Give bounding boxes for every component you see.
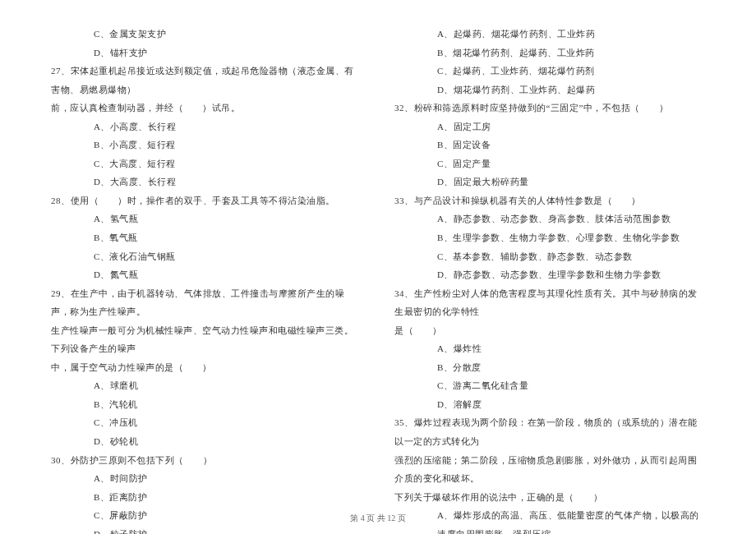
exam-page: C、金属支架支护 D、锚杆支护 27、宋体起重机起吊接近或达到额定值，或起吊危险… [0, 0, 756, 534]
question-stem: 生产性噪声一般可分为机械性噪声、空气动力性噪声和电磁性噪声三类。下列设备产生的噪… [51, 321, 362, 358]
option-text: C、大高度、短行程 [51, 154, 362, 173]
question-stem: 35、爆炸过程表现为两个阶段：在第一阶段，物质的（或系统的）潜在能以一定的方式转… [394, 413, 705, 450]
option-text: A、小高度、长行程 [51, 117, 362, 136]
right-column: A、起爆药、烟花爆竹药剂、工业炸药 B、烟花爆竹药剂、起爆药、工业炸药 C、起爆… [378, 25, 715, 534]
option-text: A、球磨机 [51, 376, 362, 395]
option-text: B、生理学参数、生物力学参数、心理参数、生物化学参数 [394, 228, 705, 247]
question-stem: 是（ ） [394, 321, 705, 340]
option-text: D、溶解度 [394, 395, 705, 414]
option-text: B、固定设备 [394, 136, 705, 154]
option-text: D、粒子防护 [51, 525, 362, 534]
option-text: A、时间防护 [51, 469, 362, 488]
option-text: D、静态参数、动态参数、生理学参数和生物力学参数 [394, 265, 705, 284]
question-stem: 32、粉碎和筛选原料时应坚持做到的“三固定”中，不包括（ ） [394, 99, 705, 117]
option-text: A、起爆药、烟花爆竹药剂、工业炸药 [394, 25, 705, 44]
option-text: C、起爆药、工业炸药、烟花爆竹药剂 [394, 62, 705, 81]
option-text: B、距离防护 [51, 488, 362, 507]
option-text: B、汽轮机 [51, 395, 362, 414]
question-stem: 下列关于爆破坏作用的说法中，正确的是（ ） [394, 488, 705, 507]
question-stem: 29、在生产中，由于机器转动、气体排放、工件撞击与摩擦所产生的噪声，称为生产性噪… [51, 284, 362, 321]
option-text: B、分散度 [394, 358, 705, 377]
option-text: C、固定产量 [394, 154, 705, 173]
question-stem: 28、使用（ ）时，操作者的双手、手套及工具等不得沾染油脂。 [51, 191, 362, 210]
question-stem: 33、与产品设计和操纵机器有关的人体特性参数是（ ） [394, 191, 705, 210]
option-text: A、氢气瓶 [51, 209, 362, 228]
option-text: C、基本参数、辅助参数、静态参数、动态参数 [394, 247, 705, 266]
option-text: D、氮气瓶 [51, 265, 362, 284]
option-text: B、氧气瓶 [51, 228, 362, 247]
option-text: B、小高度、短行程 [51, 136, 362, 154]
question-stem: 30、外防护三原则不包括下列（ ） [51, 451, 362, 470]
option-text: A、爆炸性 [394, 339, 705, 358]
option-text: C、金属支架支护 [51, 25, 362, 44]
option-text: A、静态参数、动态参数、身高参数、肢体活动范围参数 [394, 209, 705, 228]
option-text: A、固定工房 [394, 117, 705, 136]
question-stem: 34、生产性粉尘对人体的危害程度与其理化性质有关。其中与矽肺病的发生最密切的化学… [394, 284, 705, 321]
option-text: D、锚杆支护 [51, 44, 362, 62]
option-text: B、烟花爆竹药剂、起爆药、工业炸药 [394, 44, 705, 62]
left-column: C、金属支架支护 D、锚杆支护 27、宋体起重机起吊接近或达到额定值，或起吊危险… [41, 25, 378, 534]
option-text: D、固定最大粉碎药量 [394, 173, 705, 191]
option-text: D、大高度、长行程 [51, 173, 362, 191]
option-text: D、砂轮机 [51, 432, 362, 451]
question-stem: 前，应认真检查制动器，并经（ ）试吊。 [51, 99, 362, 117]
question-stem: 27、宋体起重机起吊接近或达到额定值，或起吊危险器物（液态金属、有害物、易燃易爆… [51, 62, 362, 99]
option-text: D、烟花爆竹药剂、工业炸药、起爆药 [394, 81, 705, 99]
option-text: C、游离二氧化硅含量 [394, 376, 705, 395]
option-text: C、冲压机 [51, 413, 362, 432]
question-stem: 强烈的压缩能；第二阶段，压缩物质急剧膨胀，对外做功，从而引起周围介质的变化和破坏… [394, 451, 705, 488]
page-footer: 第 4 页 共 12 页 [0, 513, 756, 524]
question-stem: 中，属于空气动力性噪声的是（ ） [51, 358, 362, 377]
option-text: C、液化石油气钢瓶 [51, 247, 362, 266]
